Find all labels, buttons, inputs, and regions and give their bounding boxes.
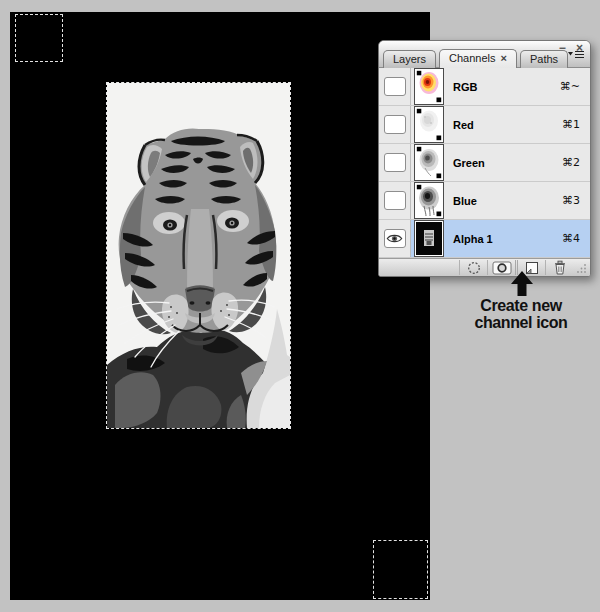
- channel-row-blue[interactable]: Blue ⌘3: [379, 182, 590, 220]
- channel-name: Alpha 1: [447, 233, 540, 245]
- tiger-image: [107, 83, 290, 428]
- visibility-toggle[interactable]: [379, 182, 411, 219]
- channel-shortcut: ⌘2: [540, 156, 590, 169]
- tab-paths[interactable]: Paths: [520, 50, 568, 68]
- annotation-caption: Create new channel icon: [431, 297, 600, 331]
- channel-thumbnail-green: [415, 145, 443, 180]
- delete-channel-button[interactable]: [545, 260, 573, 275]
- photoshop-workspace: − × Layers Channels× Paths: [0, 0, 600, 612]
- panel-tabs: Layers Channels× Paths: [383, 49, 571, 68]
- panel-footer: [379, 258, 590, 276]
- channel-shortcut: ⌘~: [540, 80, 590, 93]
- channel-thumbnail-alpha: [415, 221, 443, 256]
- tab-layers-label: Layers: [393, 53, 426, 65]
- eye-well-empty: [384, 153, 406, 172]
- visibility-toggle[interactable]: [379, 144, 411, 181]
- tab-channels[interactable]: Channels×: [439, 49, 517, 68]
- channel-shortcut: ⌘3: [540, 194, 590, 207]
- channel-list: RGB ⌘~ Red ⌘1: [379, 68, 590, 258]
- channel-name: Blue: [447, 195, 540, 207]
- channel-thumbnail-rgb: [415, 69, 443, 104]
- tab-channels-label: Channels: [449, 52, 495, 64]
- eye-well-empty: [384, 115, 406, 134]
- channel-name: RGB: [447, 81, 540, 93]
- channel-name: Green: [447, 157, 540, 169]
- visibility-toggle[interactable]: [379, 220, 411, 257]
- channel-row-red[interactable]: Red ⌘1: [379, 106, 590, 144]
- document-canvas[interactable]: [10, 12, 430, 600]
- annotation-line-2: channel icon: [431, 314, 600, 331]
- channel-row-green[interactable]: Green ⌘2: [379, 144, 590, 182]
- channel-row-alpha1[interactable]: Alpha 1 ⌘4: [379, 220, 590, 258]
- selection-marquee-bottom-right: [373, 540, 428, 599]
- tab-paths-label: Paths: [530, 53, 558, 65]
- eye-well-empty: [384, 77, 406, 96]
- channel-shortcut: ⌘4: [540, 232, 590, 245]
- channel-shortcut: ⌘1: [540, 118, 590, 131]
- up-arrow-icon: [509, 271, 535, 296]
- tiger-image-selection: [106, 82, 291, 429]
- panel-header: − × Layers Channels× Paths: [379, 41, 590, 68]
- channels-panel: − × Layers Channels× Paths: [378, 40, 591, 277]
- channel-thumbnail-blue: [415, 183, 443, 218]
- channel-name: Red: [447, 119, 540, 131]
- tab-layers[interactable]: Layers: [383, 50, 436, 68]
- visibility-toggle[interactable]: [379, 106, 411, 143]
- panel-menu-icon[interactable]: [567, 45, 585, 63]
- load-channel-as-selection-button[interactable]: [459, 260, 487, 275]
- visibility-toggle[interactable]: [379, 68, 411, 105]
- selection-marquee-top-left: [15, 14, 63, 62]
- annotation-line-1: Create new: [431, 297, 600, 314]
- channel-row-rgb[interactable]: RGB ⌘~: [379, 68, 590, 106]
- channel-thumbnail-red: [415, 107, 443, 142]
- eye-well-empty: [384, 191, 406, 210]
- tab-close-icon[interactable]: ×: [501, 52, 507, 64]
- eye-icon: [384, 229, 406, 248]
- resize-grip[interactable]: [573, 259, 589, 276]
